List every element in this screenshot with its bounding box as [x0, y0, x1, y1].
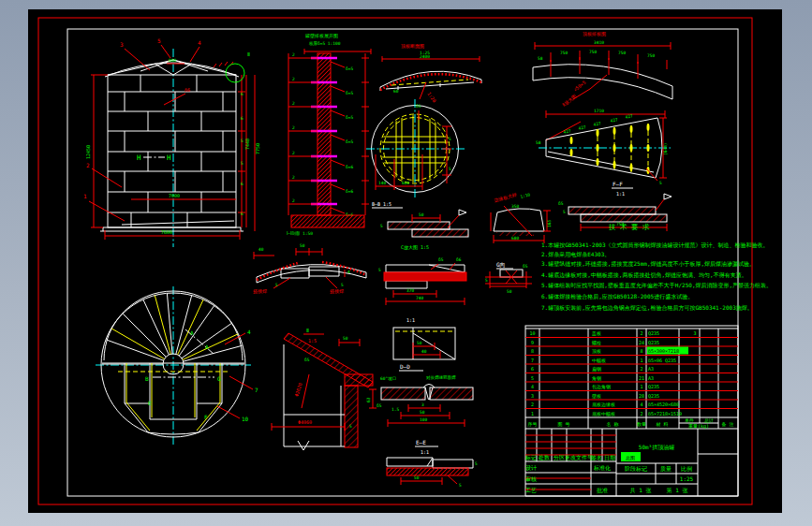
- plate-mark: 6: [241, 182, 244, 186]
- bom-cell: 1: [640, 384, 642, 389]
- rev-col: 分区: [554, 454, 565, 460]
- bom-cell: 2: [640, 411, 642, 416]
- dim-label: 3: [421, 402, 424, 407]
- dim-label: 750: [618, 51, 626, 55]
- dim-label: 40: [258, 247, 264, 252]
- thickness: 5: [475, 461, 478, 466]
- bom-header: 序号: [528, 421, 538, 428]
- thickness: 5: [485, 278, 488, 283]
- note-line: 6.罐体焊接检验合格后,应按GB50128-2005进行盛水试验。: [541, 293, 693, 300]
- notes-title: 技 术 要 求: [608, 223, 650, 231]
- dim-label: 2400: [420, 54, 430, 59]
- section-label: F—F: [613, 181, 623, 187]
- bom-header: 材 料: [655, 421, 668, 428]
- weld-note: 搭接焊: [253, 288, 267, 295]
- dim-label: 350: [511, 204, 519, 209]
- bom-cell: 4: [531, 384, 534, 389]
- weld-note: 60°坡口: [380, 376, 396, 381]
- plate-mark: 6: [241, 116, 244, 121]
- bom-cell: 1: [640, 358, 642, 363]
- plate-mark: 5: [241, 139, 244, 143]
- balloon: 1: [83, 193, 87, 199]
- thickness: 5: [459, 483, 462, 488]
- note-line: 3.罐壁纵缝对接,环缝搭接,搭接宽度25mm,焊缝高度不小于板厚,焊后煤油渗漏试…: [541, 260, 755, 268]
- thickness: δ5: [523, 264, 528, 269]
- bom-cell: 4: [640, 402, 642, 407]
- mark: 2: [292, 125, 295, 130]
- section-letter: A: [190, 329, 194, 336]
- dim-label: 100: [420, 417, 427, 422]
- dim-label: 50: [417, 341, 422, 345]
- balloon: 2: [86, 162, 90, 168]
- rev-col: 更改文件号: [565, 454, 593, 460]
- dim-label: 750: [647, 53, 655, 58]
- section-letter: G: [217, 375, 221, 382]
- dim-label: 50: [414, 475, 420, 480]
- bom-cell: 5: [531, 375, 534, 381]
- bom-cell: 盖板: [592, 330, 601, 336]
- dim-label: 58: [536, 140, 541, 145]
- bom-cell: 21: [639, 375, 644, 381]
- field-label: 比例: [681, 465, 692, 473]
- part-balloon: 7: [255, 387, 258, 393]
- view-title: C放大图 1:5: [401, 244, 429, 251]
- thickness: δ5: [558, 201, 564, 206]
- balloon: 3: [120, 41, 124, 48]
- dim-label: 740: [416, 296, 423, 300]
- mark: 2: [292, 198, 295, 203]
- dim-label: 750: [589, 50, 597, 54]
- bom-header: 数量: [637, 421, 646, 427]
- section-h-left: H: [137, 153, 141, 162]
- bom-cell: 顶板: [592, 348, 601, 354]
- role-label: 标准化: [593, 464, 611, 472]
- detail-mark: Ⅱ: [306, 327, 309, 333]
- thickness: δ5: [304, 358, 310, 362]
- thickness: δ=6: [346, 189, 353, 194]
- dim-label: 750: [560, 51, 568, 55]
- thickness: 5: [275, 283, 278, 287]
- bom-cell: 1: [531, 411, 534, 416]
- bom-cell: 28: [639, 393, 644, 399]
- rev-col: 日期: [604, 454, 615, 461]
- part-balloon: 4: [247, 329, 251, 335]
- dim-label: 50: [419, 212, 424, 217]
- thickness: 5: [349, 424, 352, 429]
- detail-mark: Ⅱ: [247, 51, 250, 57]
- view-label: Ⅰ—Ⅰ剖面 1:50: [287, 231, 313, 236]
- thickness: 5: [563, 210, 566, 214]
- field-label: 质量: [660, 465, 672, 472]
- view-scale: 板厚δ=5 1:100: [309, 41, 341, 46]
- weld-note: δ6: [185, 87, 190, 93]
- dim-label: 12450: [85, 145, 91, 159]
- plate-mark: 6: [241, 92, 244, 96]
- note-line: 4.罐底边缘板对接,中幅板搭接,两板搭接处切角,焊缝应饱满、均匀,不得有夹渣。: [541, 271, 747, 279]
- role-label: 工艺: [525, 487, 537, 493]
- bom-cell: Q235: [648, 330, 659, 336]
- section-letter: A: [205, 343, 209, 350]
- role-label: 设计: [525, 464, 537, 471]
- bom-cell: 底板中幅板: [592, 411, 615, 417]
- weld-note: 对接焊缝双面焊: [426, 374, 456, 380]
- bom-header: 名 称: [606, 421, 618, 427]
- note-line: 2.焊条采用电焊条E4303。: [541, 251, 610, 258]
- bom-cell: δ5×300×7218: [648, 348, 679, 354]
- dim-label: 60: [393, 89, 399, 94]
- dim-label: 165: [547, 220, 552, 227]
- bom-cell: 包边角钢: [592, 384, 611, 389]
- bom-cell: 中幅板: [592, 358, 606, 364]
- thickness: 5: [341, 283, 344, 287]
- mark: 2: [292, 151, 295, 155]
- bom-cell: 底板边缘板: [592, 402, 615, 407]
- bom-cell: 7: [531, 358, 534, 363]
- section-scale: 1:1: [616, 191, 625, 197]
- dim-label: 50: [507, 289, 512, 294]
- dim-label: 63: [366, 397, 371, 402]
- dim-label: 50: [420, 410, 425, 415]
- dim-label: 1710: [594, 109, 604, 113]
- bom-header: 重量(kg): [688, 423, 709, 430]
- thickness: δ=5: [346, 66, 353, 71]
- dim-label: 5: [449, 137, 451, 141]
- plate-mark: 6: [241, 212, 244, 216]
- dim-label: 7750: [255, 143, 260, 154]
- thickness: δ5: [376, 403, 382, 408]
